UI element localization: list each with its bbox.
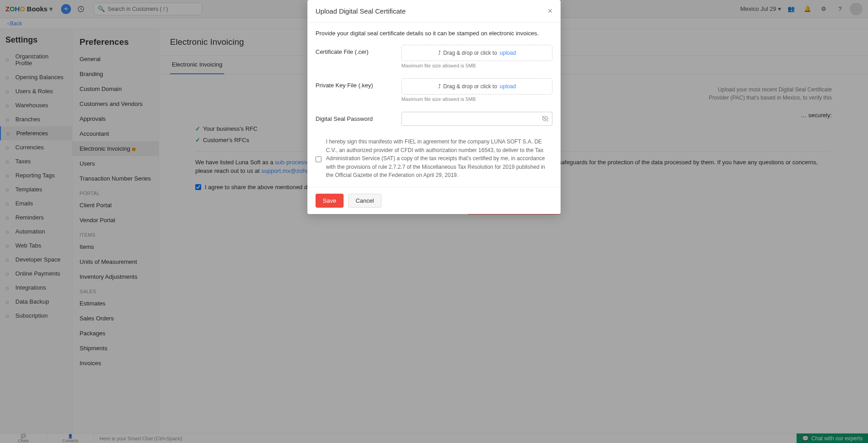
modal-subtitle: Provide your digital seal certificate de… bbox=[316, 30, 552, 37]
upload-icon: ⤴ bbox=[438, 50, 441, 56]
cert-file-dropzone[interactable]: ⤴ Drag & drop or click to upload bbox=[401, 45, 552, 61]
dropzone-upload-link: upload bbox=[500, 83, 516, 90]
cert-file-label: Certificate File (.cer) bbox=[316, 45, 392, 55]
upload-certificate-modal: Upload Digital Seal Certificate × Provid… bbox=[307, 0, 561, 214]
password-label: Digital Seal Password bbox=[316, 112, 392, 122]
cert-file-hint: Maximum file size allowed is 5MB bbox=[401, 63, 552, 68]
key-file-dropzone[interactable]: ⤴ Drag & drop or click to upload bbox=[401, 78, 552, 95]
manifesto-checkbox[interactable] bbox=[316, 139, 321, 180]
key-file-label: Private Key File (.key) bbox=[316, 78, 392, 89]
manifesto-text: I hereby sign this manifesto with FIEL i… bbox=[326, 138, 552, 180]
cancel-button[interactable]: Cancel bbox=[348, 194, 382, 208]
save-button[interactable]: Save bbox=[316, 194, 344, 208]
dropzone-text: Drag & drop or click to bbox=[443, 83, 497, 90]
password-input[interactable] bbox=[401, 112, 552, 126]
close-icon[interactable]: × bbox=[547, 6, 552, 16]
modal-overlay: Upload Digital Seal Certificate × Provid… bbox=[0, 0, 868, 443]
modal-title: Upload Digital Seal Certificate bbox=[316, 7, 406, 15]
dropzone-text: Drag & drop or click to bbox=[443, 50, 497, 56]
eye-slash-icon[interactable] bbox=[542, 115, 549, 122]
key-file-hint: Maximum file size allowed is 5MB bbox=[401, 96, 552, 102]
dropzone-upload-link: upload bbox=[500, 50, 516, 56]
upload-icon: ⤴ bbox=[438, 83, 441, 90]
